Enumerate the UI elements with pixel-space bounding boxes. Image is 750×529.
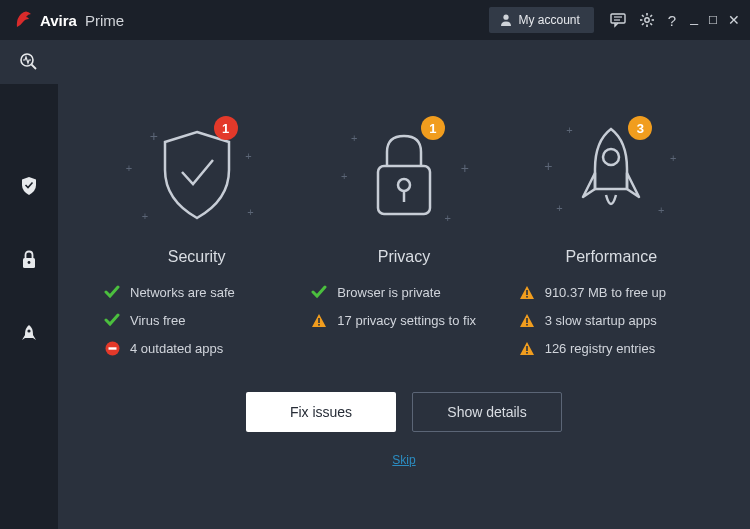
performance-status-list: 910.37 MB to free up 3 slow startup apps… bbox=[513, 284, 710, 356]
panel-performance: + + + + + 3 Performance bbox=[513, 110, 710, 356]
privacy-hero: + + + + + 1 bbox=[329, 110, 479, 240]
maximize-button[interactable]: ☐ bbox=[708, 14, 718, 27]
svg-point-21 bbox=[398, 179, 410, 191]
show-details-button[interactable]: Show details bbox=[412, 392, 562, 432]
svg-line-10 bbox=[650, 23, 652, 25]
svg-point-16 bbox=[28, 261, 31, 264]
my-account-label: My account bbox=[519, 13, 580, 27]
warn-icon bbox=[311, 312, 327, 328]
help-icon[interactable]: ? bbox=[668, 12, 676, 29]
lock-outline-icon bbox=[369, 130, 439, 220]
svg-rect-29 bbox=[526, 324, 528, 326]
status-row: 126 registry entries bbox=[519, 340, 704, 356]
svg-rect-30 bbox=[526, 346, 528, 351]
status-row: 17 privacy settings to fix bbox=[311, 312, 496, 328]
security-title: Security bbox=[168, 248, 226, 266]
settings-icon[interactable] bbox=[639, 12, 655, 28]
block-icon bbox=[104, 340, 120, 356]
window-controls: _ ☐ ✕ bbox=[690, 12, 740, 28]
svg-rect-26 bbox=[526, 290, 528, 295]
warn-icon bbox=[519, 340, 535, 356]
status-row: 3 slow startup apps bbox=[519, 312, 704, 328]
svg-point-4 bbox=[645, 18, 649, 22]
status-row: Browser is private bbox=[311, 284, 496, 300]
sidebar-item-performance[interactable] bbox=[0, 312, 58, 356]
svg-rect-1 bbox=[611, 14, 625, 23]
warn-icon bbox=[519, 312, 535, 328]
minimize-button[interactable]: _ bbox=[690, 9, 698, 25]
svg-line-14 bbox=[32, 65, 37, 70]
fix-issues-button[interactable]: Fix issues bbox=[246, 392, 396, 432]
svg-rect-24 bbox=[319, 324, 321, 326]
rocket-outline-icon bbox=[571, 125, 651, 225]
status-row: 4 outdated apps bbox=[104, 340, 289, 356]
ok-icon bbox=[311, 284, 327, 300]
summary-panels: + + + + + 1 Security Networks are safe bbox=[98, 110, 710, 356]
title-icons: ? bbox=[610, 12, 676, 29]
svg-line-12 bbox=[642, 23, 644, 25]
svg-line-9 bbox=[642, 15, 644, 17]
skip-link[interactable]: Skip bbox=[392, 453, 415, 467]
privacy-title: Privacy bbox=[378, 248, 430, 266]
user-icon bbox=[499, 13, 513, 27]
avira-logo-icon bbox=[14, 10, 34, 30]
pulse-search-icon bbox=[19, 52, 39, 72]
ok-icon bbox=[104, 312, 120, 328]
feedback-icon[interactable] bbox=[610, 12, 626, 28]
sidebar bbox=[0, 40, 58, 529]
performance-title: Performance bbox=[566, 248, 658, 266]
brand-suffix: Prime bbox=[85, 12, 124, 29]
svg-point-25 bbox=[603, 149, 619, 165]
security-status-list: Networks are safe Virus free 4 outdated … bbox=[98, 284, 295, 356]
performance-hero: + + + + + 3 bbox=[536, 110, 686, 240]
svg-rect-27 bbox=[526, 296, 528, 298]
skip-row: Skip bbox=[98, 450, 710, 468]
security-badge: 1 bbox=[214, 116, 238, 140]
action-buttons: Fix issues Show details bbox=[98, 392, 710, 432]
sidebar-item-security[interactable] bbox=[0, 164, 58, 208]
svg-rect-28 bbox=[526, 318, 528, 323]
shield-icon bbox=[20, 176, 38, 196]
close-button[interactable]: ✕ bbox=[728, 12, 740, 28]
svg-rect-31 bbox=[526, 352, 528, 354]
rocket-icon bbox=[20, 324, 38, 344]
lock-icon bbox=[21, 250, 37, 270]
shield-outline-icon bbox=[157, 128, 237, 223]
privacy-badge: 1 bbox=[421, 116, 445, 140]
panel-privacy: + + + + + 1 Privacy bbox=[305, 110, 502, 356]
sidebar-item-privacy[interactable] bbox=[0, 238, 58, 282]
svg-line-11 bbox=[650, 15, 652, 17]
status-row: Networks are safe bbox=[104, 284, 289, 300]
my-account-button[interactable]: My account bbox=[489, 7, 594, 33]
security-hero: + + + + + 1 bbox=[122, 110, 272, 240]
ok-icon bbox=[104, 284, 120, 300]
warn-icon bbox=[519, 284, 535, 300]
title-bar: Avira Prime My account ? _ ☐ bbox=[0, 0, 750, 40]
svg-point-0 bbox=[503, 15, 508, 20]
brand-name: Avira bbox=[40, 12, 77, 29]
svg-point-17 bbox=[27, 329, 30, 332]
privacy-status-list: Browser is private 17 privacy settings t… bbox=[305, 284, 502, 328]
svg-rect-23 bbox=[319, 318, 321, 323]
dashboard-content: + + + + + 1 Security Networks are safe bbox=[58, 40, 750, 529]
status-row: Virus free bbox=[104, 312, 289, 328]
sidebar-item-status[interactable] bbox=[0, 40, 58, 84]
status-row: 910.37 MB to free up bbox=[519, 284, 704, 300]
svg-rect-19 bbox=[108, 347, 116, 349]
app-logo: Avira Prime bbox=[14, 10, 124, 30]
panel-security: + + + + + 1 Security Networks are safe bbox=[98, 110, 295, 356]
